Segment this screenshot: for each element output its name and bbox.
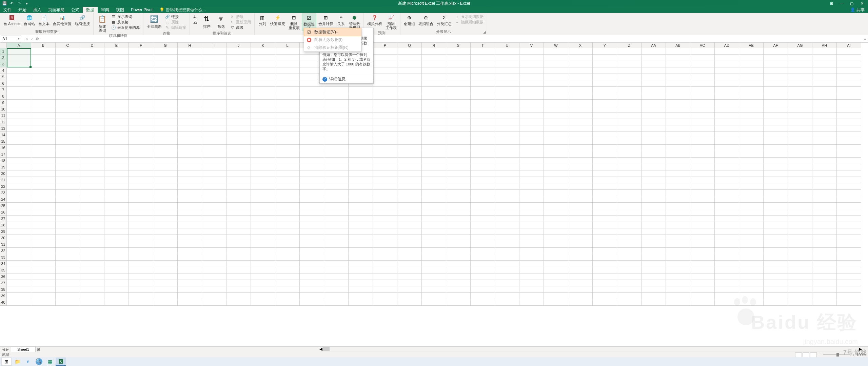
cell[interactable] bbox=[666, 293, 690, 299]
cell[interactable] bbox=[739, 145, 764, 151]
cell[interactable] bbox=[226, 222, 251, 228]
share-button[interactable]: 👤共享 bbox=[847, 7, 868, 13]
cell[interactable] bbox=[324, 261, 349, 267]
cell[interactable] bbox=[275, 80, 300, 87]
cell[interactable] bbox=[812, 196, 837, 203]
cell[interactable] bbox=[31, 196, 56, 203]
cell[interactable] bbox=[397, 177, 422, 183]
cell[interactable] bbox=[739, 158, 764, 164]
cell[interactable] bbox=[373, 261, 397, 267]
cell[interactable] bbox=[31, 170, 56, 177]
cell[interactable] bbox=[56, 299, 80, 306]
cell[interactable] bbox=[226, 203, 251, 209]
cell[interactable] bbox=[666, 248, 690, 254]
cell[interactable] bbox=[837, 273, 861, 280]
cell[interactable] bbox=[31, 261, 56, 267]
cell[interactable] bbox=[178, 145, 202, 151]
cell[interactable] bbox=[471, 196, 495, 203]
cell[interactable] bbox=[202, 177, 226, 183]
cell[interactable] bbox=[568, 241, 593, 248]
cell[interactable] bbox=[397, 132, 422, 138]
cell[interactable] bbox=[812, 119, 837, 125]
cell[interactable] bbox=[666, 241, 690, 248]
cell[interactable] bbox=[178, 267, 202, 273]
cell[interactable] bbox=[617, 196, 642, 203]
cell[interactable] bbox=[202, 119, 226, 125]
cell[interactable] bbox=[202, 248, 226, 254]
cell[interactable] bbox=[104, 93, 129, 100]
cell[interactable] bbox=[788, 48, 812, 55]
cell[interactable] bbox=[690, 170, 715, 177]
cell[interactable] bbox=[80, 61, 104, 67]
cell[interactable] bbox=[178, 119, 202, 125]
cell[interactable] bbox=[422, 125, 446, 132]
cell[interactable] bbox=[80, 113, 104, 119]
cell[interactable] bbox=[104, 203, 129, 209]
cell[interactable] bbox=[373, 87, 397, 93]
cell[interactable] bbox=[7, 170, 31, 177]
cell[interactable] bbox=[666, 280, 690, 286]
cell[interactable] bbox=[7, 254, 31, 261]
cell[interactable] bbox=[80, 48, 104, 55]
cell[interactable] bbox=[617, 228, 642, 235]
cell[interactable] bbox=[764, 100, 788, 106]
cell[interactable] bbox=[80, 138, 104, 145]
cell[interactable] bbox=[471, 267, 495, 273]
cell[interactable] bbox=[788, 61, 812, 67]
cell[interactable] bbox=[495, 222, 519, 228]
cell[interactable] bbox=[471, 158, 495, 164]
cell[interactable] bbox=[519, 132, 544, 138]
cell[interactable] bbox=[690, 267, 715, 273]
cell[interactable] bbox=[226, 80, 251, 87]
cell[interactable] bbox=[446, 164, 471, 170]
cell[interactable] bbox=[56, 248, 80, 254]
cell[interactable] bbox=[178, 216, 202, 222]
cell[interactable] bbox=[544, 299, 568, 306]
cell[interactable] bbox=[178, 222, 202, 228]
cell[interactable] bbox=[300, 228, 324, 235]
cell[interactable] bbox=[568, 55, 593, 61]
cell[interactable] bbox=[471, 235, 495, 241]
cell[interactable] bbox=[80, 183, 104, 190]
cell[interactable] bbox=[104, 164, 129, 170]
cell[interactable] bbox=[617, 61, 642, 67]
cell[interactable] bbox=[471, 293, 495, 299]
cell[interactable] bbox=[666, 87, 690, 93]
cell[interactable] bbox=[642, 222, 666, 228]
cell[interactable] bbox=[251, 158, 275, 164]
cell[interactable] bbox=[349, 267, 373, 273]
cell[interactable] bbox=[642, 170, 666, 177]
cell[interactable] bbox=[129, 261, 153, 267]
cell[interactable] bbox=[129, 119, 153, 125]
row-header[interactable]: 25 bbox=[0, 203, 7, 209]
column-header[interactable]: C bbox=[56, 43, 80, 48]
cell[interactable] bbox=[300, 286, 324, 293]
cell[interactable] bbox=[471, 170, 495, 177]
cell[interactable] bbox=[690, 67, 715, 74]
cell[interactable] bbox=[715, 164, 739, 170]
cell[interactable] bbox=[178, 132, 202, 138]
cell[interactable] bbox=[80, 196, 104, 203]
row-header[interactable]: 8 bbox=[0, 93, 7, 100]
cell[interactable] bbox=[788, 177, 812, 183]
cell[interactable] bbox=[446, 80, 471, 87]
cell[interactable] bbox=[251, 209, 275, 216]
cell[interactable] bbox=[104, 254, 129, 261]
cell[interactable] bbox=[397, 222, 422, 228]
cell[interactable] bbox=[544, 55, 568, 61]
cell[interactable] bbox=[300, 158, 324, 164]
cell[interactable] bbox=[373, 164, 397, 170]
cell[interactable] bbox=[324, 235, 349, 241]
cell[interactable] bbox=[373, 138, 397, 145]
cell[interactable] bbox=[544, 203, 568, 209]
cell[interactable] bbox=[617, 164, 642, 170]
cell[interactable] bbox=[519, 119, 544, 125]
cell[interactable] bbox=[300, 273, 324, 280]
row-header[interactable]: 12 bbox=[0, 119, 7, 125]
cell[interactable] bbox=[739, 299, 764, 306]
cell[interactable] bbox=[178, 203, 202, 209]
cell[interactable] bbox=[544, 132, 568, 138]
cell[interactable] bbox=[300, 183, 324, 190]
cell[interactable] bbox=[544, 164, 568, 170]
row-header[interactable]: 17 bbox=[0, 151, 7, 158]
